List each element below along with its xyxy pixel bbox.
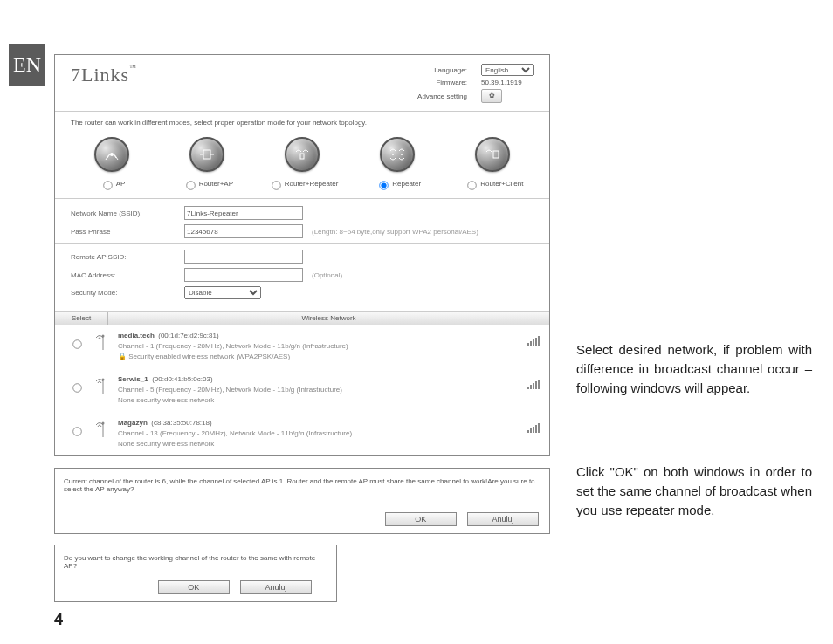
network-item[interactable]: Serwis_1 (00:d0:41:b5:0c:03) Channel - 5…: [55, 369, 549, 413]
router-ap-mode-icon: [189, 137, 224, 172]
svg-point-9: [102, 379, 105, 381]
wifi-antenna-icon: [88, 374, 118, 397]
ok-button[interactable]: OK: [158, 580, 230, 594]
passphrase-label: Pass Phrase: [71, 228, 184, 236]
router-config-panel: 7Links™ Language: English Firmware: 50.3…: [54, 54, 550, 456]
channel-warning-dialog: Current channel of the router is 6, whil…: [54, 468, 550, 534]
wifi-antenna-icon: [88, 418, 118, 441]
mac-hint: (Optional): [312, 271, 342, 279]
svg-point-7: [102, 335, 105, 338]
dialog-text: Do you want to change the working channe…: [64, 554, 327, 570]
router-repeater-mode-icon: [285, 137, 320, 172]
mode-router-client[interactable]: Router+Client: [462, 180, 523, 188]
signal-strength-icon: [509, 418, 540, 433]
language-badge: EN: [9, 44, 45, 86]
svg-point-11: [102, 422, 105, 425]
passphrase-hint: (Length: 8~64 byte,only support WPA2 per…: [312, 228, 478, 236]
page-number: 4: [54, 611, 63, 629]
svg-point-4: [401, 154, 403, 155]
dialog-text: Current channel of the router is 6, whil…: [64, 477, 540, 493]
router-client-mode-icon: [475, 137, 510, 172]
signal-strength-icon: [509, 374, 540, 389]
wifi-antenna-icon: [88, 331, 118, 353]
language-select[interactable]: English: [481, 64, 534, 76]
network-item[interactable]: Magazyn (c8:3a:35:50:78:18) Channel - 13…: [55, 413, 549, 456]
passphrase-input[interactable]: [184, 224, 303, 238]
remote-ssid-input[interactable]: [184, 250, 303, 264]
mode-selector: AP Router+AP Router+Repeater Repeater Ro…: [55, 134, 549, 199]
svg-rect-2: [300, 154, 304, 159]
signal-strength-icon: [509, 331, 540, 346]
network-select-radio[interactable]: [72, 339, 81, 348]
network-item[interactable]: media.tech (00:1d:7e:d2:9c:81) Channel -…: [55, 325, 549, 369]
instruction-paragraph-2: Click "OK" on both windows in order to s…: [576, 462, 812, 520]
ssid-label: Network Name (SSID):: [71, 209, 184, 217]
network-select-radio[interactable]: [72, 427, 81, 435]
firmware-label: Firmware:: [411, 79, 467, 86]
intro-text: The router can work in different modes, …: [55, 112, 549, 134]
svg-rect-5: [493, 151, 499, 158]
network-list: media.tech (00:1d:7e:d2:9c:81) Channel -…: [55, 325, 549, 456]
mode-router-repeater[interactable]: Router+Repeater: [266, 180, 339, 188]
ok-button[interactable]: OK: [385, 512, 457, 526]
security-mode-select[interactable]: Disable: [184, 286, 261, 299]
network-list-header: Select Wireless Network: [55, 312, 549, 325]
advance-setting-label: Advance setting: [411, 92, 467, 100]
security-mode-label: Security Mode:: [71, 289, 184, 297]
ap-mode-icon: [94, 137, 129, 172]
lock-icon: 🔒: [118, 353, 127, 360]
repeater-mode-icon: [380, 137, 415, 172]
logo: 7Links™: [71, 64, 137, 106]
svg-point-3: [392, 154, 394, 155]
channel-change-dialog: Do you want to change the working channe…: [54, 545, 337, 602]
mode-router-ap[interactable]: Router+AP: [181, 180, 233, 188]
language-label: Language:: [411, 66, 467, 74]
firmware-value: 50.39.1.1919: [481, 79, 522, 86]
network-select-radio[interactable]: [72, 383, 81, 392]
mode-repeater[interactable]: Repeater: [374, 180, 421, 188]
cancel-button[interactable]: Anuluj: [467, 512, 539, 526]
gear-icon: ✿: [489, 92, 495, 99]
cancel-button[interactable]: Anuluj: [240, 580, 312, 594]
ssid-input[interactable]: [184, 206, 303, 220]
mac-input[interactable]: [184, 268, 303, 282]
remote-ssid-label: Remote AP SSID:: [71, 253, 184, 261]
mode-ap[interactable]: AP: [98, 180, 126, 188]
svg-rect-1: [203, 150, 210, 159]
advance-setting-button[interactable]: ✿: [481, 89, 502, 103]
mac-label: MAC Address:: [71, 271, 184, 279]
instruction-paragraph-1: Select desired network, if problem with …: [576, 340, 812, 398]
